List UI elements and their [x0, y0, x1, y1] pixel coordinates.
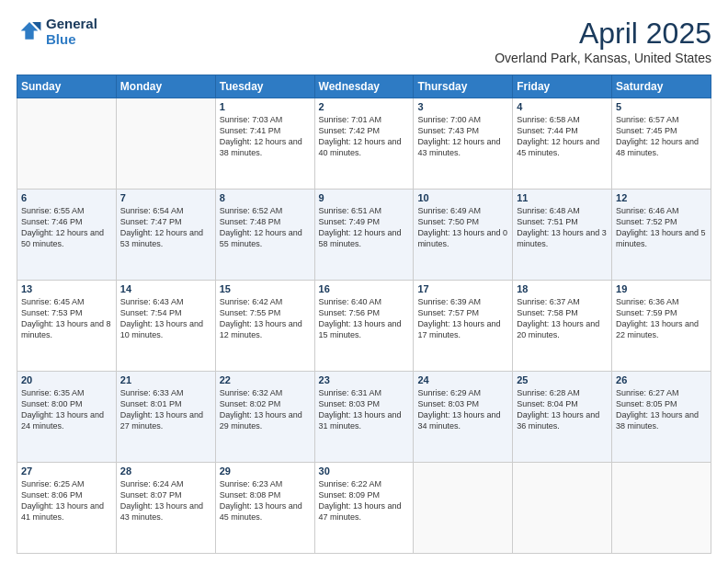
calendar-cell: 7Sunrise: 6:54 AM Sunset: 7:47 PM Daylig…: [116, 190, 215, 281]
day-number: 13: [21, 283, 112, 294]
logo-text: General Blue: [46, 17, 97, 47]
calendar-cell: 19Sunrise: 6:36 AM Sunset: 7:59 PM Dayli…: [612, 281, 711, 372]
day-number: 22: [220, 374, 311, 385]
day-info: Sunrise: 6:32 AM Sunset: 8:02 PM Dayligh…: [220, 387, 311, 432]
day-number: 17: [417, 283, 508, 294]
day-info: Sunrise: 6:57 AM Sunset: 7:45 PM Dayligh…: [616, 114, 707, 159]
day-info: Sunrise: 6:48 AM Sunset: 7:51 PM Dayligh…: [517, 205, 608, 250]
day-number: 9: [319, 192, 410, 203]
day-info: Sunrise: 6:27 AM Sunset: 8:05 PM Dayligh…: [616, 387, 707, 432]
calendar-cell: 11Sunrise: 6:48 AM Sunset: 7:51 PM Dayli…: [513, 190, 612, 281]
month-title: April 2025: [495, 17, 711, 51]
day-info: Sunrise: 6:51 AM Sunset: 7:49 PM Dayligh…: [319, 205, 410, 250]
day-info: Sunrise: 6:28 AM Sunset: 8:04 PM Dayligh…: [517, 387, 608, 432]
day-number: 11: [517, 192, 608, 203]
day-info: Sunrise: 7:01 AM Sunset: 7:42 PM Dayligh…: [319, 114, 410, 159]
day-header-wednesday: Wednesday: [314, 75, 414, 98]
calendar-week-row: 27Sunrise: 6:25 AM Sunset: 8:06 PM Dayli…: [17, 463, 711, 554]
day-info: Sunrise: 6:24 AM Sunset: 8:07 PM Dayligh…: [120, 478, 211, 523]
logo: General Blue: [17, 17, 97, 47]
calendar-cell: 21Sunrise: 6:33 AM Sunset: 8:01 PM Dayli…: [116, 372, 215, 463]
day-header-sunday: Sunday: [17, 75, 117, 98]
day-number: 28: [120, 465, 211, 477]
page: General Blue April 2025 Overland Park, K…: [0, 0, 728, 563]
calendar-cell: 22Sunrise: 6:32 AM Sunset: 8:02 PM Dayli…: [215, 372, 314, 463]
day-info: Sunrise: 6:33 AM Sunset: 8:01 PM Dayligh…: [120, 387, 211, 432]
calendar-cell: 15Sunrise: 6:42 AM Sunset: 7:55 PM Dayli…: [215, 281, 314, 372]
title-block: April 2025 Overland Park, Kansas, United…: [495, 17, 711, 65]
day-number: 1: [220, 101, 311, 112]
calendar-cell: 10Sunrise: 6:49 AM Sunset: 7:50 PM Dayli…: [414, 190, 513, 281]
calendar-cell: 30Sunrise: 6:22 AM Sunset: 8:09 PM Dayli…: [314, 463, 414, 554]
day-info: Sunrise: 6:37 AM Sunset: 7:58 PM Dayligh…: [517, 296, 608, 341]
day-number: 16: [319, 283, 410, 294]
calendar-cell: 29Sunrise: 6:23 AM Sunset: 8:08 PM Dayli…: [215, 463, 314, 554]
calendar-week-row: 6Sunrise: 6:55 AM Sunset: 7:46 PM Daylig…: [17, 190, 711, 281]
day-number: 2: [319, 101, 410, 112]
calendar-cell: [17, 98, 117, 190]
day-info: Sunrise: 6:22 AM Sunset: 8:09 PM Dayligh…: [319, 478, 410, 523]
calendar-cell: 17Sunrise: 6:39 AM Sunset: 7:57 PM Dayli…: [414, 281, 513, 372]
calendar-cell: [116, 98, 215, 190]
day-info: Sunrise: 6:23 AM Sunset: 8:08 PM Dayligh…: [220, 478, 311, 523]
day-info: Sunrise: 6:36 AM Sunset: 7:59 PM Dayligh…: [616, 296, 707, 341]
day-info: Sunrise: 6:46 AM Sunset: 7:52 PM Dayligh…: [616, 205, 707, 250]
day-number: 15: [220, 283, 311, 294]
day-number: 30: [319, 465, 410, 477]
calendar-cell: 8Sunrise: 6:52 AM Sunset: 7:48 PM Daylig…: [215, 190, 314, 281]
day-number: 6: [21, 192, 112, 203]
day-info: Sunrise: 6:35 AM Sunset: 8:00 PM Dayligh…: [21, 387, 112, 432]
calendar-week-row: 20Sunrise: 6:35 AM Sunset: 8:00 PM Dayli…: [17, 372, 711, 463]
calendar-cell: 13Sunrise: 6:45 AM Sunset: 7:53 PM Dayli…: [17, 281, 117, 372]
calendar-cell: [612, 463, 711, 554]
calendar-cell: 12Sunrise: 6:46 AM Sunset: 7:52 PM Dayli…: [612, 190, 711, 281]
logo-icon: [17, 19, 42, 45]
day-info: Sunrise: 6:43 AM Sunset: 7:54 PM Dayligh…: [120, 296, 211, 341]
calendar-header-row: SundayMondayTuesdayWednesdayThursdayFrid…: [17, 75, 711, 98]
calendar-cell: 20Sunrise: 6:35 AM Sunset: 8:00 PM Dayli…: [17, 372, 117, 463]
calendar-week-row: 1Sunrise: 7:03 AM Sunset: 7:41 PM Daylig…: [17, 98, 711, 190]
day-info: Sunrise: 6:55 AM Sunset: 7:46 PM Dayligh…: [21, 205, 112, 250]
day-info: Sunrise: 6:54 AM Sunset: 7:47 PM Dayligh…: [120, 205, 211, 250]
calendar-cell: 27Sunrise: 6:25 AM Sunset: 8:06 PM Dayli…: [17, 463, 117, 554]
day-number: 21: [120, 374, 211, 385]
calendar-cell: 9Sunrise: 6:51 AM Sunset: 7:49 PM Daylig…: [314, 190, 414, 281]
calendar-cell: 3Sunrise: 7:00 AM Sunset: 7:43 PM Daylig…: [414, 98, 513, 190]
day-number: 3: [417, 101, 508, 112]
day-number: 26: [616, 374, 707, 385]
day-number: 27: [21, 465, 112, 477]
day-number: 5: [616, 101, 707, 112]
calendar-cell: [513, 463, 612, 554]
day-info: Sunrise: 7:03 AM Sunset: 7:41 PM Dayligh…: [220, 114, 311, 159]
day-info: Sunrise: 6:39 AM Sunset: 7:57 PM Dayligh…: [417, 296, 508, 341]
calendar-cell: 14Sunrise: 6:43 AM Sunset: 7:54 PM Dayli…: [116, 281, 215, 372]
day-info: Sunrise: 7:00 AM Sunset: 7:43 PM Dayligh…: [417, 114, 508, 159]
header: General Blue April 2025 Overland Park, K…: [17, 17, 711, 65]
calendar-cell: 6Sunrise: 6:55 AM Sunset: 7:46 PM Daylig…: [17, 190, 117, 281]
calendar-week-row: 13Sunrise: 6:45 AM Sunset: 7:53 PM Dayli…: [17, 281, 711, 372]
day-info: Sunrise: 6:42 AM Sunset: 7:55 PM Dayligh…: [220, 296, 311, 341]
day-header-thursday: Thursday: [414, 75, 513, 98]
calendar-cell: 23Sunrise: 6:31 AM Sunset: 8:03 PM Dayli…: [314, 372, 414, 463]
day-number: 29: [220, 465, 311, 477]
day-info: Sunrise: 6:49 AM Sunset: 7:50 PM Dayligh…: [417, 205, 508, 250]
calendar-cell: [414, 463, 513, 554]
day-number: 25: [517, 374, 608, 385]
day-info: Sunrise: 6:31 AM Sunset: 8:03 PM Dayligh…: [319, 387, 410, 432]
day-number: 10: [417, 192, 508, 203]
day-number: 12: [616, 192, 707, 203]
day-header-tuesday: Tuesday: [215, 75, 314, 98]
calendar-table: SundayMondayTuesdayWednesdayThursdayFrid…: [17, 75, 711, 554]
day-number: 18: [517, 283, 608, 294]
day-header-saturday: Saturday: [612, 75, 711, 98]
day-info: Sunrise: 6:29 AM Sunset: 8:03 PM Dayligh…: [417, 387, 508, 432]
day-header-monday: Monday: [116, 75, 215, 98]
day-number: 24: [417, 374, 508, 385]
day-info: Sunrise: 6:58 AM Sunset: 7:44 PM Dayligh…: [517, 114, 608, 159]
calendar-cell: 16Sunrise: 6:40 AM Sunset: 7:56 PM Dayli…: [314, 281, 414, 372]
day-number: 19: [616, 283, 707, 294]
day-number: 23: [319, 374, 410, 385]
day-number: 14: [120, 283, 211, 294]
day-info: Sunrise: 6:25 AM Sunset: 8:06 PM Dayligh…: [21, 478, 112, 523]
calendar-cell: 2Sunrise: 7:01 AM Sunset: 7:42 PM Daylig…: [314, 98, 414, 190]
